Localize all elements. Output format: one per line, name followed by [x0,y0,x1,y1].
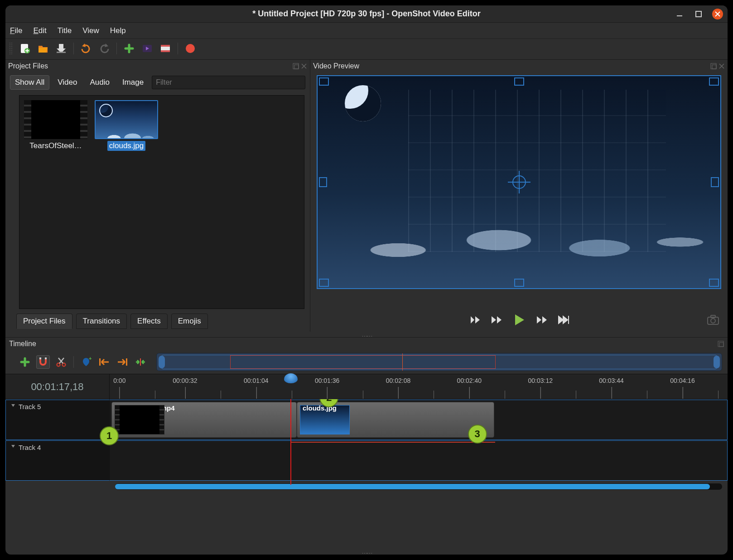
snap-toggle-icon[interactable] [36,355,50,369]
transform-handle[interactable] [709,279,719,287]
track-lane[interactable]: TearsOfSteel.mp4 clouds.jpg 1 2 3 [110,400,728,440]
filter-show-all-button[interactable]: Show All [10,75,49,90]
svg-rect-26 [140,358,141,366]
tab-emojis[interactable]: Emojis [171,314,208,329]
svg-rect-17 [718,341,723,347]
app-window: * Untitled Project [HD 720p 30 fps] - Op… [5,5,728,555]
timeline-tracks: Track 5 TearsOfSteel.mp4 clouds.jpg 1 2 … [5,399,728,548]
track-header[interactable]: Track 4 [5,440,110,481]
jump-end-button[interactable] [558,315,569,325]
menubar: File Edit Title View Help [5,23,728,39]
timeline-overview[interactable] [156,353,722,371]
main-toolbar [5,39,728,60]
transform-handle[interactable] [514,279,524,287]
timeline-timecode[interactable]: 00:01:17,18 [5,374,110,399]
timeline-clip[interactable]: TearsOfSteel.mp4 [111,402,297,438]
export-video-icon[interactable] [183,42,197,55]
transform-handle[interactable] [711,177,719,187]
new-project-icon[interactable] [18,42,32,55]
annotation-callout: 1 [100,426,119,445]
timeline-horizontal-scrollbar[interactable] [115,483,722,490]
timeline-ruler[interactable]: 0:0000:00:3200:01:0400:01:3600:02:0800:0… [110,374,728,399]
transform-handle[interactable] [319,77,329,86]
transform-handle[interactable] [709,77,719,86]
fast-forward-button[interactable] [536,315,548,325]
timeline-clip[interactable]: clouds.jpg [297,402,494,438]
svg-rect-15 [711,315,715,318]
filter-video-button[interactable]: Video [53,76,82,89]
close-panel-icon[interactable] [719,63,725,69]
profile-icon[interactable] [140,42,154,55]
maximize-button[interactable] [693,9,704,19]
detach-panel-icon[interactable] [293,63,299,69]
svg-point-21 [57,363,60,367]
transform-handle[interactable] [319,279,329,287]
track-lane[interactable] [110,440,728,481]
import-files-icon[interactable] [122,42,136,55]
center-playhead-icon[interactable] [134,355,147,369]
track-name-label: Track 4 [19,444,41,451]
collapse-track-icon[interactable] [10,403,16,408]
tab-effects[interactable]: Effects [130,314,168,329]
svg-point-16 [711,319,715,323]
project-files-area[interactable]: TearsOfSteel… clouds.jpg [19,95,304,309]
svg-rect-24 [99,358,101,366]
close-panel-icon[interactable] [301,63,307,69]
toolbar-grip[interactable] [9,42,13,55]
minimize-button[interactable] [674,9,685,19]
menu-title[interactable]: Title [58,26,72,35]
menu-edit[interactable]: Edit [33,26,46,35]
previous-marker-icon[interactable] [97,355,111,369]
horizontal-splitter[interactable] [5,548,728,555]
menu-file[interactable]: File [10,26,22,35]
svg-rect-18 [719,343,723,347]
project-files-panel: Project Files Show All Video Audio Image [5,60,310,332]
track-header[interactable]: Track 5 [5,400,110,440]
svg-rect-1 [696,11,701,17]
playhead-icon[interactable] [284,373,298,383]
jump-start-button[interactable] [469,315,481,325]
selection-span [290,442,495,443]
svg-rect-20 [45,357,47,359]
overview-viewport[interactable] [161,355,717,369]
transform-handle[interactable] [514,77,524,86]
transform-handle[interactable] [319,177,327,187]
svg-rect-7 [161,45,170,47]
close-button[interactable] [712,9,723,19]
redo-icon[interactable] [97,42,111,55]
tab-transitions[interactable]: Transitions [76,314,127,329]
rewind-button[interactable] [491,315,502,325]
window-title: * Untitled Project [HD 720p 30 fps] - Op… [252,9,481,19]
open-project-icon[interactable] [36,42,50,55]
play-button[interactable] [512,313,526,327]
detach-panel-icon[interactable] [718,341,724,347]
menu-help[interactable]: Help [110,26,126,35]
transform-center-icon[interactable] [508,171,530,193]
filter-image-button[interactable]: Image [118,76,148,89]
svg-point-22 [63,363,66,367]
preview-canvas[interactable] [317,75,721,289]
fullscreen-icon[interactable] [159,42,172,55]
collapse-track-icon[interactable] [10,444,16,449]
svg-rect-8 [161,50,170,52]
menu-view[interactable]: View [82,26,99,35]
filter-input[interactable] [152,76,305,89]
tab-project-files[interactable]: Project Files [16,314,72,329]
next-marker-icon[interactable] [116,355,129,369]
toolbar-separator [73,356,74,368]
add-marker-icon[interactable]: + [79,355,93,369]
ruler-tick: 00:02:40 [457,377,482,384]
horizontal-splitter[interactable] [5,332,728,337]
project-file-item[interactable]: clouds.jpg [95,100,158,151]
scrollbar-thumb[interactable] [115,484,710,489]
project-file-item[interactable]: TearsOfSteel… [24,100,87,151]
snapshot-button[interactable] [707,314,719,325]
ruler-tick: 00:04:16 [670,377,695,384]
detach-panel-icon[interactable] [710,63,717,69]
filter-audio-button[interactable]: Audio [85,76,114,89]
add-track-icon[interactable] [18,355,32,369]
undo-icon[interactable] [79,42,93,55]
save-project-icon[interactable] [54,42,68,55]
razor-tool-icon[interactable] [54,355,68,369]
timeline-panel: Timeline + [5,337,728,555]
